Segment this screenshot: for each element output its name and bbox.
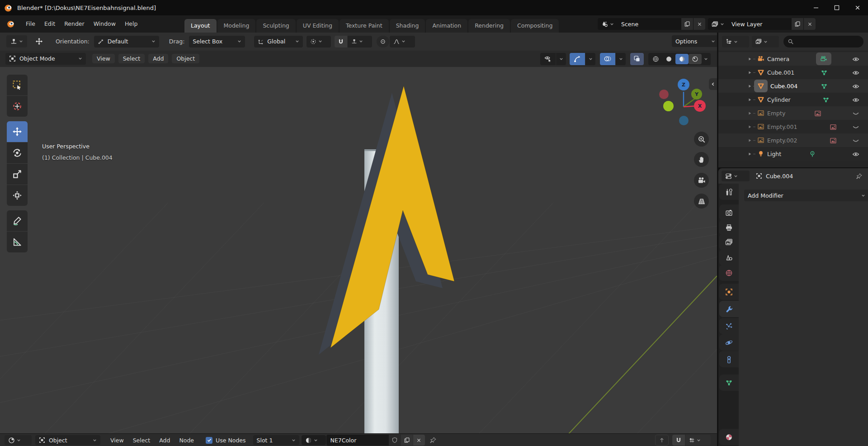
mesh-data-badge[interactable] [821, 82, 828, 90]
hide-toggle[interactable] [852, 150, 859, 158]
node-menu-add[interactable]: Add [155, 436, 175, 445]
workspace-tab-texture-paint[interactable]: Texture Paint [340, 19, 389, 33]
hide-toggle[interactable] [852, 69, 859, 76]
mesh-data-badge[interactable] [821, 69, 828, 76]
object-name[interactable]: Cube.004 [770, 83, 797, 90]
shading-solid-button[interactable] [662, 54, 675, 64]
new-view-layer-button[interactable] [792, 18, 803, 30]
node-menu-view[interactable]: View [106, 436, 128, 445]
proportional-editing-toggle[interactable] [377, 36, 389, 47]
show-gizmo-toggle[interactable] [570, 53, 585, 65]
shading-wireframe-button[interactable] [649, 54, 662, 64]
tab-physics[interactable] [719, 334, 739, 351]
expand-icon[interactable] [747, 84, 752, 89]
camera-data-badge[interactable] [816, 52, 831, 65]
hide-toggle[interactable] [852, 137, 859, 144]
workspace-tab-shading[interactable]: Shading [390, 19, 425, 33]
hide-toggle[interactable] [852, 96, 859, 104]
tab-particles[interactable] [719, 318, 739, 334]
outliner-row-cube-004[interactable]: Cube.004 [718, 79, 868, 93]
expand-icon[interactable] [747, 111, 752, 116]
gizmo-axis-x[interactable]: X [694, 100, 706, 112]
menu-view[interactable]: View [92, 54, 115, 63]
tab-object[interactable] [719, 284, 739, 300]
drag-dropdown[interactable]: Select Box [189, 36, 245, 47]
properties-editor-type-dropdown[interactable] [722, 171, 750, 181]
shading-rendered-button[interactable] [689, 54, 702, 64]
workspace-tab-animation[interactable]: Animation [426, 19, 467, 33]
tool-move[interactable] [7, 121, 28, 142]
outliner-display-mode-dropdown[interactable] [722, 36, 749, 47]
blender-menu-icon[interactable] [6, 19, 15, 28]
object-name[interactable]: Camera [767, 56, 789, 62]
workspace-tab-rendering[interactable]: Rendering [468, 19, 510, 33]
node-menu-node[interactable]: Node [175, 436, 198, 445]
navigation-gizmo[interactable]: Z Y X [651, 71, 710, 126]
gizmo-dropdown[interactable] [585, 53, 595, 65]
mode-dropdown[interactable]: Object Mode [5, 53, 86, 65]
node-menu-select[interactable]: Select [128, 436, 155, 445]
tool-measure[interactable] [7, 232, 28, 252]
tool-rotate[interactable] [7, 142, 28, 163]
tool-cursor[interactable] [7, 96, 28, 117]
expand-icon[interactable] [747, 70, 752, 75]
tab-scene[interactable] [719, 249, 739, 266]
snap-toggle-button[interactable] [335, 36, 347, 47]
object-name[interactable]: Empty.002 [767, 137, 797, 144]
workspace-tab-compositing[interactable]: Compositing [511, 19, 559, 33]
node-snap-toggle[interactable] [672, 435, 685, 446]
tab-view-layer[interactable] [719, 234, 739, 250]
show-overlays-toggle[interactable] [600, 53, 615, 65]
object-name[interactable]: Light [767, 151, 781, 157]
outliner-row-empty[interactable]: Empty [718, 106, 868, 120]
menu-file[interactable]: File [21, 19, 40, 28]
expand-icon[interactable] [747, 124, 752, 129]
object-name[interactable]: Empty [767, 110, 785, 117]
pin-icon[interactable] [429, 437, 437, 444]
tool-scale[interactable] [7, 164, 28, 185]
shading-dropdown[interactable] [702, 54, 710, 64]
outliner-row-cylinder[interactable]: Cylinder [718, 93, 868, 106]
shading-material-button[interactable] [675, 54, 689, 64]
fake-user-button[interactable] [389, 435, 401, 446]
mesh-data-badge[interactable] [822, 96, 830, 104]
menu-object[interactable]: Object [172, 54, 199, 63]
menu-window[interactable]: Window [89, 19, 120, 28]
outliner-row-light[interactable]: Light [718, 147, 868, 161]
unlink-material-button[interactable] [413, 435, 425, 446]
tab-material[interactable] [719, 429, 739, 445]
expand-icon[interactable] [747, 57, 752, 62]
gizmo-axis-x-neg[interactable] [659, 90, 669, 99]
viewport-3d[interactable]: User Perspective (1) Collection | Cube.0… [0, 67, 717, 433]
outliner-filter-dropdown[interactable] [752, 36, 779, 47]
outliner-row-camera[interactable]: Camera [718, 52, 868, 66]
new-scene-button[interactable] [681, 18, 693, 30]
tool-transform[interactable] [7, 185, 28, 206]
xray-toggle[interactable] [630, 53, 644, 65]
remove-view-layer-button[interactable] [804, 18, 816, 30]
minimize-button[interactable] [806, 0, 826, 15]
expand-icon[interactable] [747, 138, 752, 143]
sidebar-expand-button[interactable] [709, 78, 717, 90]
transform-orientation-dropdown[interactable]: Global [254, 36, 303, 47]
light-data-badge[interactable] [809, 150, 816, 158]
close-button[interactable] [847, 0, 868, 15]
image-data-badge[interactable] [814, 109, 821, 117]
gizmo-axis-y-neg[interactable] [663, 101, 674, 111]
object-name[interactable]: Cube.001 [767, 69, 794, 76]
image-data-badge[interactable] [830, 123, 837, 131]
slot-dropdown[interactable]: Slot 1 [253, 435, 299, 445]
tab-output[interactable] [719, 219, 739, 236]
zoom-button[interactable] [694, 132, 709, 147]
hide-toggle[interactable] [852, 123, 859, 131]
scene-browse-button[interactable] [598, 18, 618, 30]
breadcrumb-object-name[interactable]: Cube.004 [766, 173, 793, 180]
unlink-scene-button[interactable] [693, 18, 705, 30]
menu-select[interactable]: Select [118, 54, 145, 63]
add-modifier-dropdown[interactable]: Add Modifier [744, 190, 868, 201]
expand-icon[interactable] [747, 152, 752, 157]
selectability-visibility-button[interactable] [540, 53, 556, 65]
tool-annotate[interactable] [7, 210, 28, 231]
browse-material-dropdown[interactable] [302, 435, 326, 445]
view-layer-name[interactable]: View Layer [728, 18, 792, 30]
